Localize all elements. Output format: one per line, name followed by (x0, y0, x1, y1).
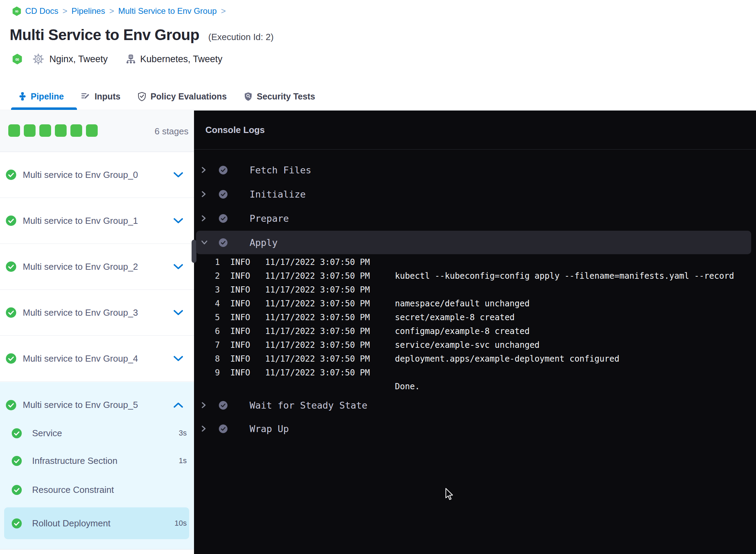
stage-row-2[interactable]: Multi service to Env Group_2 (0, 244, 194, 290)
log-level: INFO (230, 313, 250, 322)
breadcrumb-link-cd-docs[interactable]: CD Docs (25, 6, 58, 16)
log-message: Done. (395, 382, 420, 391)
log-message: configmap/example-8 created (395, 326, 530, 336)
chevron-right-icon[interactable] (201, 401, 206, 409)
log-line: 2 INFO 11/17/2022 3:07:50 PM kubectl --k… (194, 269, 756, 283)
console-step-prepare[interactable]: Prepare (194, 211, 751, 226)
chevron-right-icon[interactable] (201, 214, 206, 222)
console-step-apply-expanded[interactable]: Apply (194, 235, 751, 250)
chevron-right-icon[interactable] (201, 425, 206, 432)
environments-icon (126, 54, 136, 65)
log-line-number: 6 (208, 326, 220, 336)
execution-id: (Execution Id: 2) (208, 32, 273, 42)
stage-name: Multi service to Env Group_3 (23, 307, 138, 318)
inputs-icon (81, 92, 90, 101)
stage-square-success (86, 124, 98, 137)
tab-security-tests[interactable]: Security Tests (244, 92, 315, 102)
log-line: 4 INFO 11/17/2022 3:07:50 PM namespace/d… (194, 297, 756, 311)
tab-policy-evaluations[interactable]: Policy Evaluations (138, 92, 227, 102)
chevron-down-icon[interactable] (174, 310, 183, 316)
pipeline-execution-page: ∞ CD Docs > Pipelines > Multi Service to… (0, 0, 756, 554)
services-gear-icon (33, 54, 44, 65)
breadcrumb-link-pipeline-name[interactable]: Multi Service to Env Group (118, 6, 216, 16)
step-name: Resource Constraint (32, 485, 114, 495)
step-row-infrastructure[interactable]: Infrastructure Section 1s (0, 447, 194, 475)
stage-status-squares (8, 124, 98, 137)
step-row-service[interactable]: Service 3s (0, 419, 194, 447)
stage-square-success (24, 124, 36, 137)
stage-square-success (39, 124, 51, 137)
breadcrumb-separator: > (221, 6, 226, 16)
stage-square-success (8, 124, 20, 137)
log-level: INFO (230, 285, 250, 295)
chevron-up-icon[interactable] (174, 402, 183, 408)
success-check-icon (6, 261, 16, 272)
stage-name: Multi service to Env Group_1 (23, 216, 138, 226)
console-step-wait-for-steady-state[interactable]: Wait for Steady State (194, 398, 751, 413)
stage-row-0[interactable]: Multi service to Env Group_0 (0, 152, 194, 198)
svg-text:∞: ∞ (15, 56, 19, 63)
success-check-icon (6, 216, 16, 226)
log-line: 5 INFO 11/17/2022 3:07:50 PM secret/exam… (194, 311, 756, 324)
stage-name: Multi service to Env Group_5 (23, 400, 138, 410)
success-check-icon (6, 307, 16, 318)
svg-text:∞: ∞ (15, 8, 19, 14)
page-title: Multi Service to Env Group (10, 26, 199, 44)
step-row-resource-constraint[interactable]: Resource Constraint (0, 476, 194, 504)
chevron-down-icon[interactable] (174, 218, 183, 224)
chevron-down-icon[interactable] (201, 240, 208, 245)
log-level: INFO (230, 340, 250, 350)
console-step-wrap-up[interactable]: Wrap Up (194, 421, 751, 436)
log-line: 8 INFO 11/17/2022 3:07:50 PM deployment.… (194, 352, 756, 366)
step-name: Infrastructure Section (32, 456, 117, 466)
log-line-number: 4 (208, 299, 220, 308)
success-check-icon (12, 485, 22, 495)
step-title: Wrap Up (250, 423, 289, 434)
step-title: Apply (250, 237, 278, 248)
environments-label[interactable]: Kubernetes, Tweety (140, 54, 222, 65)
chevron-down-icon[interactable] (174, 356, 183, 362)
chevron-right-icon[interactable] (201, 190, 206, 198)
services-label[interactable]: Nginx, Tweety (49, 54, 108, 65)
log-line-number: 7 (208, 340, 220, 350)
step-row-rollout-deployment-selected[interactable]: Rollout Deployment 10s (0, 509, 194, 537)
step-duration: 10s (175, 519, 187, 528)
tab-inputs[interactable]: Inputs (81, 92, 120, 102)
chevron-down-icon[interactable] (174, 264, 183, 270)
chevron-right-icon[interactable] (201, 166, 206, 174)
tab-pipeline[interactable]: Pipeline (19, 92, 64, 102)
stage-row-1[interactable]: Multi service to Env Group_1 (0, 198, 194, 244)
mouse-cursor (445, 488, 454, 501)
console-logs-title: Console Logs (205, 125, 265, 135)
log-message: service/example-svc unchanged (395, 340, 540, 350)
console-header-divider (194, 149, 756, 150)
step-success-icon (219, 401, 227, 410)
stage-row-3[interactable]: Multi service to Env Group_3 (0, 290, 194, 336)
stage-row-4[interactable]: Multi service to Env Group_4 (0, 336, 194, 382)
log-line: 7 INFO 11/17/2022 3:07:50 PM service/exa… (194, 338, 756, 352)
breadcrumb-link-pipelines[interactable]: Pipelines (71, 6, 105, 16)
console-step-fetch-files[interactable]: Fetch Files (194, 162, 751, 178)
pipeline-icon (19, 92, 26, 101)
breadcrumb: ∞ CD Docs > Pipelines > Multi Service to… (12, 6, 226, 16)
harness-cd-icon: ∞ (12, 53, 22, 65)
harness-logo-icon: ∞ (12, 7, 21, 16)
stage-name: Multi service to Env Group_2 (23, 261, 138, 272)
console-step-initialize[interactable]: Initialize (194, 187, 751, 202)
log-line-number: 8 (208, 354, 220, 364)
expanded-stage-section: Multi service to Env Group_5 Service 3s (0, 382, 194, 550)
log-timestamp: 11/17/2022 3:07:50 PM (265, 299, 370, 308)
log-line: 3 INFO 11/17/2022 3:07:50 PM (194, 283, 756, 297)
log-timestamp: 11/17/2022 3:07:50 PM (265, 285, 370, 295)
step-title: Initialize (250, 189, 306, 200)
stage-square-success (55, 124, 67, 137)
chevron-down-icon[interactable] (174, 172, 183, 178)
breadcrumb-separator: > (62, 6, 67, 16)
log-level: INFO (230, 271, 250, 281)
log-level: INFO (230, 326, 250, 336)
stages-sidebar: 6 stages Multi service to Env Group_0 M (0, 111, 194, 554)
security-shield-icon (244, 92, 252, 101)
success-check-icon (6, 170, 16, 180)
stage-count-label: 6 stages (155, 111, 188, 152)
log-message: namespace/default unchanged (395, 299, 530, 308)
